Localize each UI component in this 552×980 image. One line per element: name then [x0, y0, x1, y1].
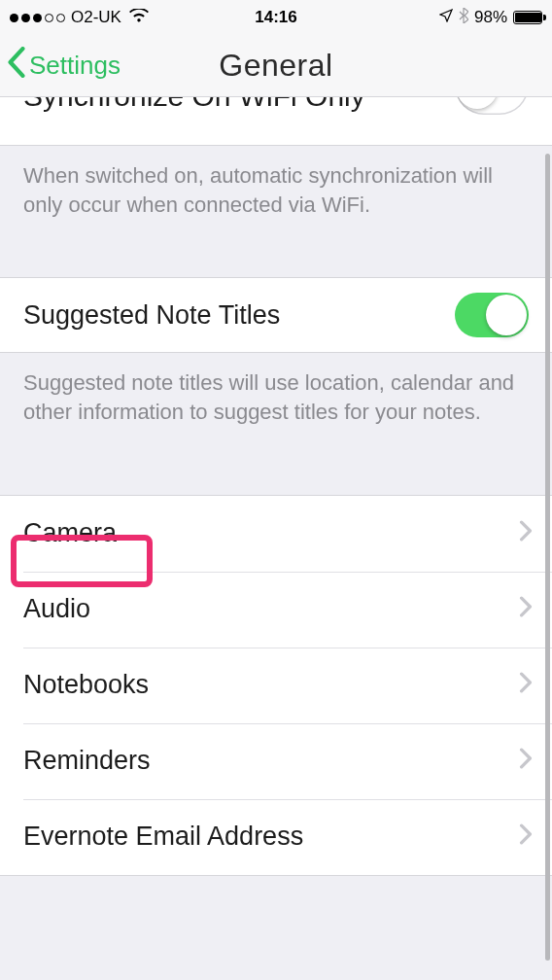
suggested-titles-row[interactable]: Suggested Note Titles [0, 278, 552, 352]
wifi-sync-row[interactable]: Synchronize On WiFi Only [0, 97, 552, 146]
chevron-right-icon [519, 822, 533, 852]
status-right: 98% [439, 8, 542, 28]
suggested-titles-footer: Suggested note titles will use location,… [0, 353, 552, 494]
chevron-right-icon [519, 594, 533, 624]
bluetooth-icon [459, 8, 468, 28]
back-button[interactable]: Settings [0, 47, 121, 85]
carrier-label: O2-UK [71, 8, 121, 27]
location-icon [439, 8, 453, 27]
suggested-titles-group: Suggested Note Titles [0, 277, 552, 353]
screen: O2-UK 14:16 98% Settings General [0, 0, 552, 980]
wifi-icon [129, 8, 149, 27]
wifi-sync-toggle[interactable] [455, 97, 529, 115]
nav-label-audio: Audio [23, 594, 519, 624]
content-area[interactable]: Synchronize On WiFi Only When switched o… [0, 97, 552, 980]
bottom-gap [0, 875, 552, 919]
nav-header: Settings General [0, 35, 552, 97]
nav-label-email: Evernote Email Address [23, 822, 519, 852]
wifi-sync-label: Synchronize On WiFi Only [23, 97, 455, 113]
nav-label-notebooks: Notebooks [23, 670, 519, 700]
nav-row-audio[interactable]: Audio [0, 572, 552, 648]
nav-list-group: Camera Audio Notebooks Reminders Evernot… [0, 495, 552, 875]
back-label: Settings [29, 51, 121, 81]
suggested-titles-label: Suggested Note Titles [23, 300, 455, 331]
wifi-sync-footer: When switched on, automatic synchronizat… [0, 146, 552, 277]
signal-strength-icon [10, 14, 65, 22]
suggested-titles-toggle[interactable] [455, 293, 529, 337]
status-left: O2-UK [10, 8, 149, 27]
nav-label-camera: Camera [23, 518, 519, 548]
chevron-right-icon [519, 670, 533, 700]
nav-row-notebooks[interactable]: Notebooks [0, 648, 552, 723]
nav-label-reminders: Reminders [23, 746, 519, 776]
battery-icon [513, 11, 542, 24]
page-title: General [219, 48, 332, 84]
nav-row-camera[interactable]: Camera [0, 496, 552, 572]
status-bar: O2-UK 14:16 98% [0, 0, 552, 35]
status-time: 14:16 [255, 8, 296, 27]
chevron-left-icon [6, 47, 27, 85]
battery-percent: 98% [474, 8, 507, 27]
chevron-right-icon [519, 746, 533, 776]
chevron-right-icon [519, 518, 533, 548]
scroll-indicator[interactable] [545, 154, 550, 961]
nav-row-email[interactable]: Evernote Email Address [0, 799, 552, 875]
nav-row-reminders[interactable]: Reminders [0, 723, 552, 799]
